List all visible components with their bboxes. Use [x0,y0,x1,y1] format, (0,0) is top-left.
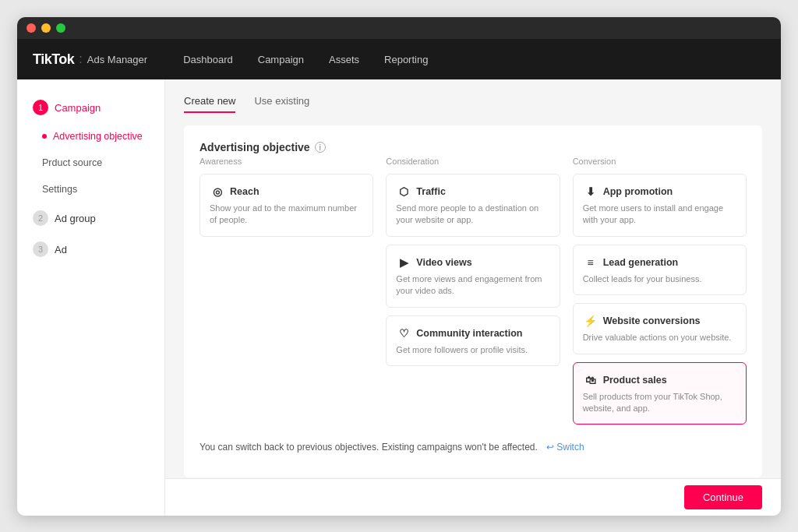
nav-reporting[interactable]: Reporting [372,39,440,79]
main-layout: 1 Campaign Advertising objective Prduct … [17,79,781,516]
conversion-header: Conversion [573,157,747,166]
consideration-column: Consideration ⬡ Traffic Send more people… [386,157,560,432]
website-conversions-title: ⚡ Website conversions [583,313,736,329]
switch-text: You can switch back to previous objectiv… [200,442,538,453]
campaign-number: 1 [33,100,48,115]
logo-tiktok: TikTok [33,51,74,68]
nav-assets[interactable]: Assets [316,39,372,79]
switch-banner: You can switch back to previous objectiv… [200,432,747,462]
sidebar-item-product-source[interactable]: Prduct source [17,150,164,176]
product-sales-desc: Sell products from your TikTok Shop, web… [583,391,736,415]
logo-sep: : [79,52,82,66]
video-views-desc: Get more views and engagement from your … [396,273,549,298]
video-views-option[interactable]: ▶ Video views Get more views and engagem… [386,245,560,308]
logo: TikTok : Ads Manager [33,51,147,68]
campaign-label: Campaign [55,102,101,114]
product-sales-option[interactable]: 🛍 Product sales Sell products from your … [573,362,747,425]
sidebar-item-settings[interactable]: Settings [17,176,164,203]
traffic-option[interactable]: ⬡ Traffic Send more people to a destinat… [386,174,560,237]
logo-ads: Ads Manager [87,54,147,65]
tab-use-existing[interactable]: Use existing [254,95,309,113]
dot-icon [42,134,47,139]
advertising-objective-label: Advertising objective [53,131,143,142]
sidebar-item-ad[interactable]: 3 Ad [17,234,164,265]
video-views-title: ▶ Video views [396,255,549,270]
advertising-objective-card: Advertising objective i Awareness ◎ Reac… [184,125,762,477]
tab-create-new[interactable]: Create new [184,95,235,113]
community-interaction-option[interactable]: ♡ Community interaction Get more followe… [386,315,560,366]
traffic-icon: ⬡ [396,184,411,199]
continue-button[interactable]: Continue [684,485,762,509]
nav-list: Dashboard Campaign Assets Reporting [171,39,440,79]
product-sales-icon: 🛍 [583,372,598,388]
switch-link-text: Switch [556,442,584,453]
topnav: TikTok : Ads Manager Dashboard Campaign … [17,39,781,79]
maximize-button[interactable] [56,23,65,33]
switch-link-icon: ↩ [546,442,554,453]
lead-generation-desc: Collect leads for your business. [583,273,736,285]
nav-campaign[interactable]: Campaign [245,39,316,79]
objective-columns: Awareness ◎ Reach Show your ad to the ma… [200,157,747,432]
sidebar-item-advertising-objective[interactable]: Advertising objective [17,123,164,150]
community-icon: ♡ [396,326,411,341]
traffic-desc: Send more people to a destination on you… [396,203,549,227]
consideration-header: Consideration [386,157,560,166]
video-views-icon: ▶ [396,255,411,270]
ad-number: 3 [33,241,48,257]
nav-dashboard[interactable]: Dashboard [171,39,245,79]
awareness-column: Awareness ◎ Reach Show your ad to the ma… [200,157,373,432]
advertising-objective-title: Advertising objective i [200,141,747,153]
website-conversions-option[interactable]: ⚡ Website conversions Drive valuable act… [573,303,747,354]
ad-label: Ad [55,244,67,255]
tab-bar: Create new Use existing [184,95,762,113]
app-promotion-title: ⬇ App promotion [583,184,736,199]
advertising-objective-info-icon[interactable]: i [315,142,326,153]
website-conversions-icon: ⚡ [583,313,598,329]
app-promotion-icon: ⬇ [583,184,598,199]
sidebar-item-ad-group[interactable]: 2 Ad group [17,203,164,234]
main-window: TikTok : Ads Manager Dashboard Campaign … [17,17,781,516]
traffic-title: ⬡ Traffic [396,184,549,199]
product-source-label: Prduct source [42,157,102,168]
lead-generation-title: ≡ Lead generation [583,255,736,270]
titlebar [17,17,781,39]
awareness-header: Awareness [200,157,373,166]
lead-gen-icon: ≡ [583,255,598,270]
sidebar-item-campaign[interactable]: 1 Campaign [17,92,164,123]
app-promotion-option[interactable]: ⬇ App promotion Get more users to instal… [573,174,747,237]
switch-link[interactable]: ↩ Switch [546,442,584,453]
ad-group-label: Ad group [55,213,96,224]
lead-generation-option[interactable]: ≡ Lead generation Collect leads for your… [573,245,747,295]
product-sales-title: 🛍 Product sales [583,372,736,388]
community-title: ♡ Community interaction [396,326,549,341]
reach-desc: Show your ad to the maximum number of pe… [210,203,363,227]
ad-group-number: 2 [33,210,48,226]
app-promotion-desc: Get more users to install and engage wit… [583,203,736,227]
reach-icon: ◎ [210,184,225,199]
sidebar: 1 Campaign Advertising objective Prduct … [17,79,165,516]
minimize-button[interactable] [41,23,51,33]
website-conversions-desc: Drive valuable actions on your website. [583,332,736,344]
settings-label: Settings [42,184,77,195]
conversion-column: Conversion ⬇ App promotion Get more user… [573,157,747,432]
content-area: Create new Use existing Advertising obje… [165,79,781,516]
bottom-bar: Continue [165,478,781,516]
community-desc: Get more followers or profile visits. [396,344,549,356]
close-button[interactable] [26,23,36,33]
reach-title: ◎ Reach [210,184,363,199]
reach-option[interactable]: ◎ Reach Show your ad to the maximum numb… [200,174,373,237]
